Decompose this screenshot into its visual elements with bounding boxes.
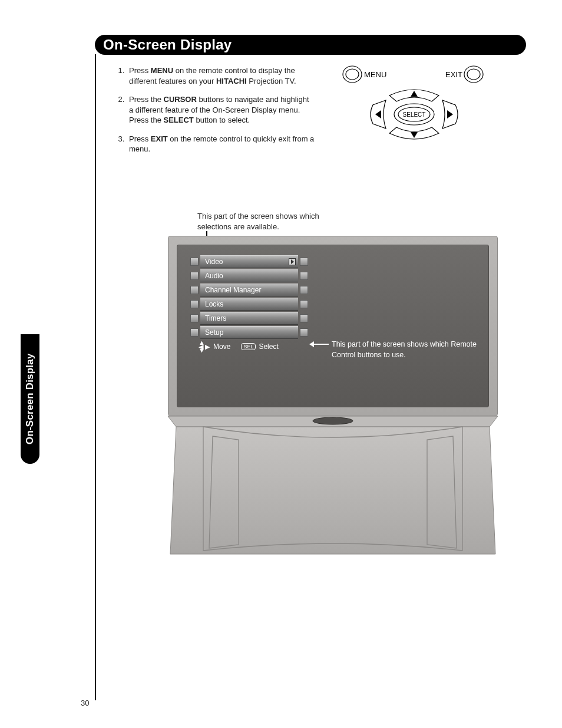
arrow-down-icon [411, 132, 418, 138]
page-number: 30 [81, 699, 89, 707]
callout-available-selections: This part of the screen shows which sele… [197, 211, 321, 232]
osd-item-video: Video [190, 255, 308, 268]
osd-item-label: Channel Manager [200, 284, 298, 297]
text: Press [129, 66, 151, 75]
instruction-item: Press the CURSOR buttons to navigate and… [127, 94, 315, 126]
bold-text: CURSOR [164, 95, 197, 104]
arrow-left-icon [375, 110, 381, 118]
osd-cap-icon [300, 286, 308, 294]
svg-point-3 [467, 69, 480, 80]
tv-illustration: Video Audio Channel Manager [168, 236, 498, 566]
osd-item-label: Audio [200, 269, 298, 282]
osd-item-label: Setup [200, 326, 298, 339]
text: Projection TV. [247, 77, 296, 85]
bold-text: SELECT [164, 116, 194, 124]
osd-cap-icon [190, 328, 199, 337]
callout-remote-buttons: This part of the screen shows which Remo… [332, 340, 479, 360]
osd-item-setup: Setup [190, 325, 308, 339]
osd-cap-icon [300, 300, 308, 308]
arrow-right-icon [447, 110, 453, 118]
osd-cap-icon [190, 314, 199, 322]
exit-label: EXIT [445, 70, 462, 79]
bold-text: MENU [151, 66, 173, 75]
osd-cap-icon [300, 258, 308, 266]
osd-cap-icon [300, 328, 308, 337]
sel-badge: SEL [241, 343, 256, 350]
osd-item-label: Locks [200, 298, 298, 311]
tv-bezel: Video Audio Channel Manager [168, 236, 498, 416]
osd-item-channel-manager: Channel Manager [190, 283, 308, 297]
select-label: SELECT [403, 111, 426, 118]
osd-cap-icon [190, 286, 199, 294]
arrow-left-icon [310, 344, 329, 345]
instruction-list: Press MENU on the remote control to disp… [115, 65, 315, 163]
text: Press the [129, 95, 164, 104]
text: Press [129, 134, 151, 143]
osd-cap-icon [300, 272, 308, 280]
submenu-arrow-icon [289, 258, 296, 265]
remote-diagram: MENU EXIT [342, 64, 487, 146]
exit-button-icon [464, 66, 483, 83]
binding-spine [95, 54, 96, 700]
osd-cap-icon [190, 272, 199, 280]
text: Video [205, 258, 223, 266]
page-title: On-Screen Display [95, 35, 526, 55]
bold-text: HITACHI [216, 77, 247, 85]
bold-text: EXIT [151, 134, 168, 143]
arrow-up-icon [411, 91, 418, 97]
svg-point-1 [346, 69, 359, 80]
osd-cap-icon [190, 300, 199, 308]
osd-item-label: Timers [200, 312, 298, 325]
instruction-item: Press EXIT on the remote control to quic… [127, 134, 315, 154]
osd-cap-icon [190, 258, 199, 266]
text: button to select. [194, 116, 250, 124]
tv-screen: Video Audio Channel Manager [177, 245, 489, 407]
osd-item-label: Video [200, 255, 298, 268]
osd-cap-icon [300, 314, 308, 322]
side-tab-label: On-Screen Display [21, 334, 39, 464]
move-label: Move [213, 342, 230, 351]
ir-window-icon [313, 417, 353, 424]
tv-cabinet [168, 413, 498, 560]
osd-item-timers: Timers [190, 311, 308, 325]
osd-help-bar: ▲◀ ▶▼ Move SEL Select [190, 340, 308, 353]
manual-page: On-Screen Display On-Screen Display Pres… [0, 0, 562, 728]
instruction-item: Press MENU on the remote control to disp… [127, 65, 315, 86]
move-arrows-icon: ▲◀ ▶▼ [199, 341, 210, 353]
osd-item-audio: Audio [190, 269, 308, 282]
osd-item-locks: Locks [190, 297, 308, 311]
menu-label: MENU [364, 70, 386, 79]
menu-button-icon [343, 66, 362, 83]
select-label: Select [259, 342, 278, 351]
osd-menu: Video Audio Channel Manager [190, 255, 308, 353]
dpad-icon: SELECT [371, 90, 458, 139]
